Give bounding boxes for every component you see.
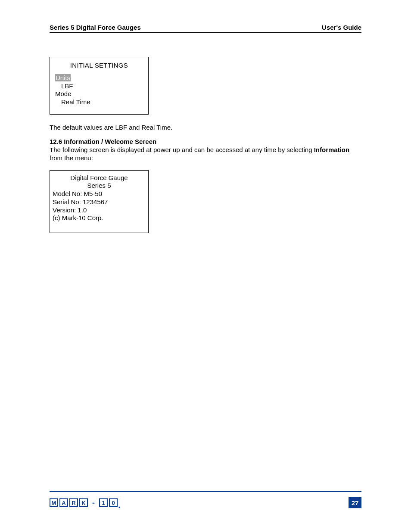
info-text-2: from the menu: xyxy=(50,154,93,162)
mode-value: Real Time xyxy=(55,98,143,106)
mode-label: Mode xyxy=(55,90,143,98)
logo-period: . xyxy=(118,503,121,507)
info-text-1: The following screen is displayed at pow… xyxy=(50,146,314,153)
info-model: Model No: M5-50 xyxy=(53,190,146,198)
logo-letter: R xyxy=(69,498,78,507)
mark-10-logo: M A R K - 1 0 . xyxy=(50,498,121,507)
header-right: User's Guide xyxy=(322,24,361,31)
logo-letter: M xyxy=(50,498,58,507)
page-number: 27 xyxy=(349,497,361,508)
section-12-6: 12.6 Information / Welcome Screen The fo… xyxy=(50,137,361,162)
info-title: Digital Force Gauge xyxy=(53,174,146,182)
section-heading: 12.6 Information / Welcome Screen xyxy=(50,138,156,145)
info-serial: Serial No: 1234567 xyxy=(53,198,146,206)
screen-title: INITIAL SETTINGS xyxy=(55,62,143,70)
logo-letter: 0 xyxy=(109,498,118,507)
defaults-paragraph: The default values are LBF and Real Time… xyxy=(50,123,361,131)
units-value: LBF xyxy=(55,82,143,90)
info-screen: Digital Force Gauge Series 5 Model No: M… xyxy=(50,170,149,233)
page: Series 5 Digital Force Gauges User's Gui… xyxy=(0,0,411,532)
logo-dash: - xyxy=(89,498,98,507)
logo-letter: K xyxy=(79,498,88,507)
info-series: Series 5 xyxy=(53,182,146,190)
info-version: Version: 1.0 xyxy=(53,206,146,215)
info-copyright: (c) Mark-10 Corp. xyxy=(53,214,146,222)
info-bold: Information xyxy=(314,146,350,153)
logo-letter: 1 xyxy=(99,498,108,507)
logo-letter: A xyxy=(59,498,68,507)
units-label: Units xyxy=(55,74,71,81)
header-left: Series 5 Digital Force Gauges xyxy=(50,24,141,31)
page-footer: M A R K - 1 0 . 27 xyxy=(50,491,361,508)
page-body: INITIAL SETTINGS Units LBF Mode Real Tim… xyxy=(50,33,361,233)
footer-rule xyxy=(50,491,361,492)
page-header: Series 5 Digital Force Gauges User's Gui… xyxy=(50,24,361,33)
footer-row: M A R K - 1 0 . 27 xyxy=(50,497,361,508)
units-row: Units xyxy=(55,74,143,82)
initial-settings-screen: INITIAL SETTINGS Units LBF Mode Real Tim… xyxy=(50,57,149,115)
